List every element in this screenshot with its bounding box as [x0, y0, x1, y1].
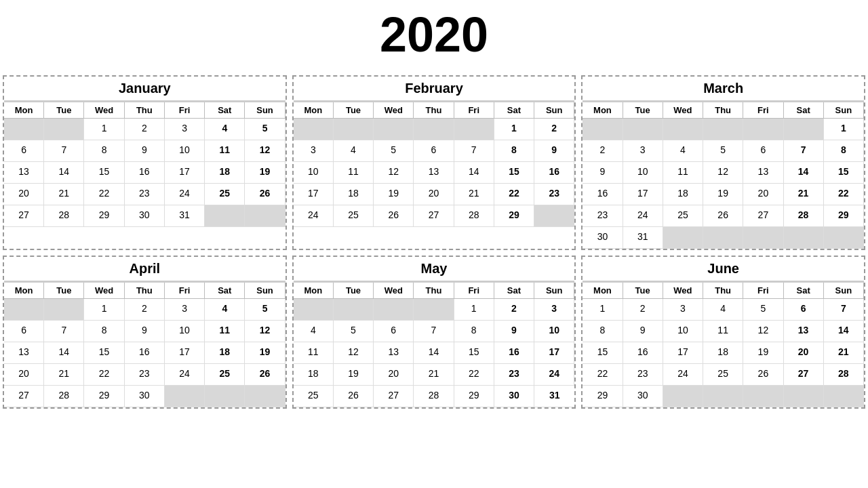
day-cell[interactable]: 21	[454, 184, 494, 205]
day-cell[interactable]: 23	[125, 184, 165, 205]
day-cell[interactable]: 29	[824, 205, 864, 227]
day-cell[interactable]: 13	[784, 321, 824, 342]
day-cell[interactable]	[205, 386, 245, 407]
day-cell[interactable]: 22	[84, 364, 124, 386]
day-cell[interactable]: 20	[4, 364, 44, 386]
day-cell[interactable]	[44, 119, 84, 140]
day-cell[interactable]: 2	[494, 299, 534, 321]
day-cell[interactable]: 27	[4, 386, 44, 407]
day-cell[interactable]: 12	[245, 321, 285, 342]
day-cell[interactable]: 14	[44, 162, 84, 184]
day-cell[interactable]: 7	[824, 299, 864, 321]
day-cell[interactable]: 11	[294, 342, 334, 364]
day-cell[interactable]: 21	[44, 184, 84, 205]
day-cell[interactable]: 2	[125, 299, 165, 321]
day-cell[interactable]: 11	[205, 140, 245, 162]
day-cell[interactable]: 11	[703, 321, 743, 342]
day-cell[interactable]: 22	[84, 184, 124, 205]
day-cell[interactable]: 26	[245, 364, 285, 386]
day-cell[interactable]: 25	[703, 364, 743, 386]
day-cell[interactable]: 28	[414, 386, 454, 407]
day-cell[interactable]: 6	[743, 140, 783, 162]
day-cell[interactable]: 16	[125, 162, 165, 184]
day-cell[interactable]: 23	[583, 205, 623, 227]
day-cell[interactable]	[245, 386, 285, 407]
day-cell[interactable]: 12	[374, 162, 414, 184]
day-cell[interactable]	[663, 227, 703, 249]
day-cell[interactable]	[784, 386, 824, 407]
day-cell[interactable]: 15	[454, 342, 494, 364]
day-cell[interactable]: 29	[84, 205, 124, 227]
day-cell[interactable]: 30	[125, 386, 165, 407]
day-cell[interactable]: 29	[84, 386, 124, 407]
day-cell[interactable]: 17	[165, 162, 205, 184]
day-cell[interactable]: 10	[165, 140, 205, 162]
day-cell[interactable]: 10	[165, 321, 205, 342]
day-cell[interactable]: 5	[245, 119, 285, 140]
day-cell[interactable]: 12	[703, 162, 743, 184]
day-cell[interactable]: 8	[824, 140, 864, 162]
day-cell[interactable]: 2	[623, 299, 663, 321]
day-cell[interactable]: 29	[583, 386, 623, 407]
day-cell[interactable]: 6	[784, 299, 824, 321]
day-cell[interactable]: 12	[743, 321, 783, 342]
day-cell[interactable]: 4	[334, 140, 374, 162]
day-cell[interactable]	[245, 205, 285, 227]
day-cell[interactable]: 31	[165, 205, 205, 227]
day-cell[interactable]: 15	[494, 162, 534, 184]
day-cell[interactable]: 31	[623, 227, 663, 249]
day-cell[interactable]: 3	[165, 119, 205, 140]
day-cell[interactable]: 3	[534, 299, 574, 321]
day-cell[interactable]: 26	[743, 364, 783, 386]
day-cell[interactable]	[663, 119, 703, 140]
day-cell[interactable]: 20	[784, 342, 824, 364]
day-cell[interactable]: 15	[84, 342, 124, 364]
day-cell[interactable]: 9	[494, 321, 534, 342]
day-cell[interactable]	[703, 119, 743, 140]
day-cell[interactable]: 13	[414, 162, 454, 184]
day-cell[interactable]: 4	[703, 299, 743, 321]
day-cell[interactable]: 14	[44, 342, 84, 364]
day-cell[interactable]: 29	[494, 205, 534, 227]
day-cell[interactable]: 2	[583, 140, 623, 162]
day-cell[interactable]: 24	[294, 205, 334, 227]
day-cell[interactable]: 26	[245, 184, 285, 205]
day-cell[interactable]: 5	[334, 321, 374, 342]
day-cell[interactable]: 25	[294, 386, 334, 407]
day-cell[interactable]: 13	[743, 162, 783, 184]
day-cell[interactable]: 24	[165, 184, 205, 205]
day-cell[interactable]: 3	[294, 140, 334, 162]
day-cell[interactable]: 12	[334, 342, 374, 364]
day-cell[interactable]: 19	[743, 342, 783, 364]
day-cell[interactable]: 25	[205, 364, 245, 386]
day-cell[interactable]	[824, 386, 864, 407]
day-cell[interactable]	[454, 119, 494, 140]
day-cell[interactable]: 1	[824, 119, 864, 140]
day-cell[interactable]: 16	[623, 342, 663, 364]
day-cell[interactable]: 28	[784, 205, 824, 227]
day-cell[interactable]: 7	[414, 321, 454, 342]
day-cell[interactable]: 30	[583, 227, 623, 249]
day-cell[interactable]: 3	[623, 140, 663, 162]
day-cell[interactable]: 23	[623, 364, 663, 386]
day-cell[interactable]: 7	[44, 321, 84, 342]
day-cell[interactable]: 19	[334, 364, 374, 386]
day-cell[interactable]: 3	[165, 299, 205, 321]
day-cell[interactable]: 30	[125, 205, 165, 227]
day-cell[interactable]: 25	[334, 205, 374, 227]
day-cell[interactable]: 18	[334, 184, 374, 205]
day-cell[interactable]: 6	[4, 321, 44, 342]
day-cell[interactable]	[824, 227, 864, 249]
day-cell[interactable]: 1	[84, 119, 124, 140]
day-cell[interactable]: 8	[583, 321, 623, 342]
day-cell[interactable]: 5	[703, 140, 743, 162]
day-cell[interactable]: 28	[44, 205, 84, 227]
day-cell[interactable]: 18	[663, 184, 703, 205]
day-cell[interactable]: 22	[494, 184, 534, 205]
day-cell[interactable]: 20	[374, 364, 414, 386]
day-cell[interactable]: 11	[663, 162, 703, 184]
day-cell[interactable]	[334, 299, 374, 321]
day-cell[interactable]	[4, 299, 44, 321]
day-cell[interactable]: 5	[245, 299, 285, 321]
day-cell[interactable]: 11	[334, 162, 374, 184]
